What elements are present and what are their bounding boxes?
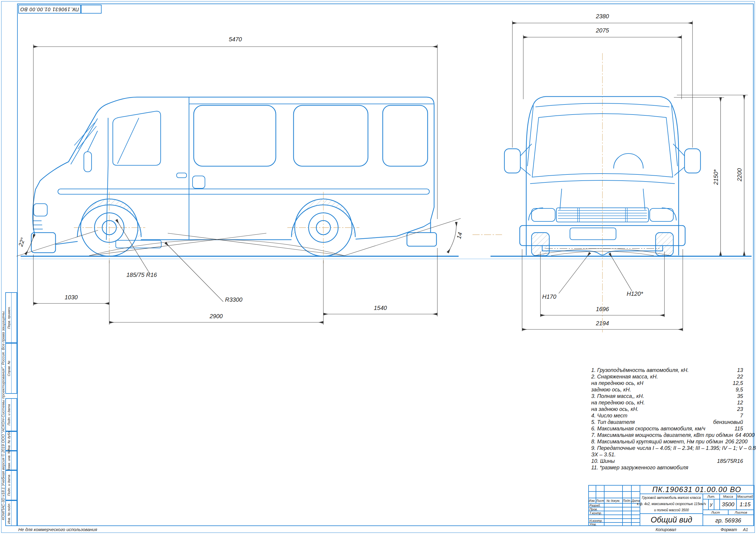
spec-row: 10. Шины185/75R16 <box>591 458 743 464</box>
scale-header: Масштаб <box>737 494 754 499</box>
spec-row: 4. Число мест7 <box>591 413 743 419</box>
dim-width-lower: 2194 <box>596 320 609 327</box>
dim-track: 1696 <box>596 306 609 313</box>
top-stamp-box: ПК.190631 01.00.00 ВО <box>18 5 81 13</box>
spec-row: 3. Полная масса,, кН.35 <box>591 393 743 399</box>
part-description: Грузовой автомобиль малого класса к.ф. 4… <box>640 494 703 514</box>
spec-row: 8. Максимальный крутящий момент, Нм при … <box>591 438 743 445</box>
tire-hatching <box>77 199 673 255</box>
spec-row: 6. Максимальная скорость автомобиля, км/… <box>591 425 743 432</box>
row-utv: Утв. <box>588 522 604 526</box>
construction-lines <box>16 21 748 331</box>
col-izm: Изм. <box>588 498 596 503</box>
spec-row: 2. Снаряженная масса, кН.22 <box>591 373 743 380</box>
side-view <box>31 97 437 256</box>
dim-height-loaded: 2150* <box>713 170 719 185</box>
row-prov: Пров. <box>588 507 604 511</box>
dim-wheelbase: 2900 <box>210 313 223 320</box>
group-number: гр. 56936 <box>703 515 754 526</box>
top-stamp-extra-box <box>81 5 102 13</box>
dim-width-body: 2075 <box>596 27 609 34</box>
compas-watermark: КОМПАС-3D v18.1 Учебная версия © 2019 ОО… <box>1 310 5 520</box>
format-label: Формат <box>720 527 737 532</box>
view-name: Общий вид <box>640 514 703 526</box>
margin-cell-podp-data-1: Подп. и дата <box>5 398 17 431</box>
dim-height: 2200 <box>736 168 743 181</box>
noncommercial-note: Не для коммерческого использования <box>18 527 97 532</box>
dim-clearance-center: H120* <box>627 290 643 297</box>
dim-turning-radius: R3300 <box>225 296 242 303</box>
doc-number: ПК.190631 01.00.00 ВО <box>640 485 754 494</box>
spec-row: на переднюю ось, кН12,5 <box>591 380 743 387</box>
spec-row: 1. Грузоподъёмность автомобиля, кН.13 <box>591 367 743 373</box>
mass-value: 3500 <box>720 499 737 510</box>
margin-cell-inv-dubl: Инв. № дубл. <box>5 431 17 451</box>
row-razrab: Разраб. <box>588 503 604 507</box>
spec-row: на переднюю ось, кН.12 <box>591 399 743 406</box>
drawing-sheet: ПК.190631 01.00.00 ВО Перв. примен. Спра… <box>0 0 756 534</box>
spec-row: на заднюю ось, кН.23 <box>591 406 743 413</box>
margin-cell-sprav-no: Справ. № <box>5 343 17 394</box>
row-tkontr: Т.контр. <box>588 511 604 515</box>
margin-cell-text: Перв. примен. <box>7 307 11 329</box>
mass-header: Масса <box>720 494 737 499</box>
format-value: А1 <box>743 527 748 532</box>
scale-value: 1:15 <box>737 499 754 510</box>
col-doc: № докум. <box>604 498 623 503</box>
dim-rear-overhang: 1540 <box>374 305 387 311</box>
lit-value: у <box>709 499 714 510</box>
margin-cell-perv-primen: Перв. примен. <box>5 292 17 343</box>
spec-row: 11. *размер загруженного автомобиля <box>591 464 743 471</box>
spec-row: заднюю ось, кН.9,5 <box>591 387 743 393</box>
sheet-header: Лист <box>703 510 728 515</box>
sheets-header: Листов <box>728 510 754 515</box>
col-list: Лист <box>596 498 604 503</box>
row-nkontr: Н.контр. <box>588 519 604 522</box>
copied-label: Копировал <box>656 527 676 532</box>
dim-front-overhang: 1030 <box>65 294 78 301</box>
dimension-lines <box>25 23 744 330</box>
dim-clearance-front: H170 <box>542 293 556 300</box>
dim-overall-length: 5470 <box>229 36 242 43</box>
spec-row: 7. Максимальная мощность двигателя, кВт … <box>591 432 743 438</box>
col-podp: Подп. <box>623 498 632 503</box>
lit-header: Лит. <box>703 494 720 499</box>
margin-cell-vzam-inv: Взам. инв. № <box>5 451 17 470</box>
ground-lines <box>21 256 752 259</box>
top-stamp-number: ПК.190631 01.00.00 ВО <box>20 7 79 12</box>
dim-width-overall: 2380 <box>596 13 609 20</box>
margin-cell-podp-data-2: Подп. и дата <box>5 470 17 500</box>
spec-row: 5. Тип двигателябензиновый <box>591 419 743 425</box>
dim-tire-size: 185/75 R16 <box>126 272 157 279</box>
spec-row: 9. Передаточные числа I – 4.05; II – 2.3… <box>591 445 743 451</box>
margin-cell-inv-podl: Инв. № подл. <box>5 500 17 526</box>
specification-list: 1. Грузоподъёмность автомобиля, кН.13 2.… <box>591 367 743 471</box>
spec-row: ЗХ – 3.51. <box>591 451 743 458</box>
